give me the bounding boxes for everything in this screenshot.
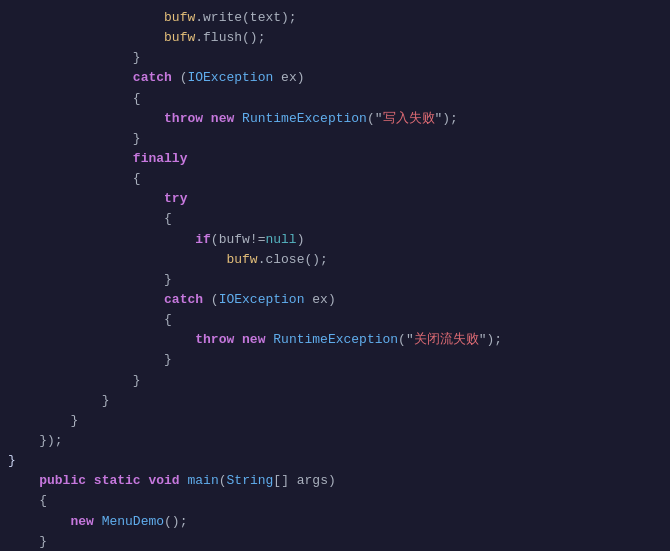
- code-token: {: [39, 493, 47, 508]
- code-line: {: [0, 310, 670, 330]
- code-token: static: [94, 473, 141, 488]
- code-token: bufw: [164, 10, 195, 25]
- code-token: try: [164, 191, 187, 206]
- code-token: }: [39, 534, 47, 549]
- code-token: void: [148, 473, 179, 488]
- code-line: }: [0, 270, 670, 290]
- code-token: IOException: [187, 70, 273, 85]
- code-line: throw new RuntimeException("关闭流失败");: [0, 330, 670, 350]
- code-token: }: [133, 373, 141, 388]
- code-token: bufw: [164, 30, 195, 45]
- code-line: catch (IOException ex): [0, 68, 670, 88]
- code-token: String: [227, 473, 274, 488]
- code-token: }: [164, 272, 172, 287]
- code-line: });: [0, 431, 670, 451]
- code-token: ex): [304, 292, 335, 307]
- code-line: new MenuDemo();: [0, 512, 670, 532]
- code-token: [86, 473, 94, 488]
- code-token: RuntimeException: [273, 332, 398, 347]
- code-token: (: [203, 292, 219, 307]
- code-token: public: [39, 473, 86, 488]
- line-content: }: [0, 350, 172, 370]
- line-content: if(bufw!=null): [0, 230, 304, 250]
- code-token: }: [133, 50, 141, 65]
- code-line: }: [0, 48, 670, 68]
- line-content: bufw.close();: [0, 250, 328, 270]
- code-lines: bufw.write(text); bufw.flush(); } catch …: [0, 8, 670, 551]
- code-token: finally: [133, 151, 188, 166]
- code-line: public static void main(String[] args): [0, 471, 670, 491]
- code-line: throw new RuntimeException("写入失败");: [0, 109, 670, 129]
- line-content: });: [0, 431, 63, 451]
- line-content: }: [0, 532, 47, 551]
- line-content: new MenuDemo();: [0, 512, 187, 532]
- code-token: (": [367, 111, 383, 126]
- code-line: {: [0, 209, 670, 229]
- code-line: bufw.flush();: [0, 28, 670, 48]
- code-line: {: [0, 169, 670, 189]
- line-content: throw new RuntimeException("关闭流失败");: [0, 330, 502, 350]
- code-line: try: [0, 189, 670, 209]
- code-token: }: [70, 413, 78, 428]
- code-token: [] args): [273, 473, 335, 488]
- line-content: }: [0, 270, 172, 290]
- line-content: }: [0, 391, 109, 411]
- code-token: (: [172, 70, 188, 85]
- code-token: {: [133, 91, 141, 106]
- code-line: }: [0, 532, 670, 551]
- code-token: IOException: [219, 292, 305, 307]
- line-content: finally: [0, 149, 187, 169]
- code-token: MenuDemo: [102, 514, 164, 529]
- code-token: (bufw!=: [211, 232, 266, 247]
- code-token: }: [102, 393, 110, 408]
- code-token: main: [188, 473, 219, 488]
- code-token: [234, 332, 242, 347]
- code-line: {: [0, 491, 670, 511]
- code-token: });: [39, 433, 62, 448]
- code-token: 关闭流失败: [414, 332, 479, 347]
- code-token: [180, 473, 188, 488]
- line-content: {: [0, 89, 141, 109]
- code-token: {: [164, 211, 172, 226]
- code-line: }: [0, 350, 670, 370]
- code-token: [203, 111, 211, 126]
- code-token: new: [70, 514, 93, 529]
- line-content: try: [0, 189, 187, 209]
- code-token: .write(text);: [195, 10, 296, 25]
- code-token: new: [211, 111, 234, 126]
- code-token: ");: [435, 111, 458, 126]
- code-token: .close();: [258, 252, 328, 267]
- code-token: RuntimeException: [242, 111, 367, 126]
- line-content: }: [0, 48, 141, 68]
- code-editor: bufw.write(text); bufw.flush(); } catch …: [0, 0, 670, 551]
- code-token: ex): [273, 70, 304, 85]
- code-line: }: [0, 129, 670, 149]
- line-content: public static void main(String[] args): [0, 471, 336, 491]
- code-token: }: [164, 352, 172, 367]
- line-content: catch (IOException ex): [0, 68, 305, 88]
- code-token: bufw: [226, 252, 257, 267]
- code-token: {: [164, 312, 172, 327]
- code-token: (: [219, 473, 227, 488]
- code-token: .flush();: [195, 30, 265, 45]
- code-line: bufw.write(text);: [0, 8, 670, 28]
- line-content: {: [0, 169, 141, 189]
- code-token: (": [398, 332, 414, 347]
- code-line: }: [0, 391, 670, 411]
- code-line: if(bufw!=null): [0, 230, 670, 250]
- code-line: {: [0, 89, 670, 109]
- line-content: {: [0, 491, 47, 511]
- line-content: }: [0, 451, 16, 471]
- code-token: }: [133, 131, 141, 146]
- code-token: catch: [164, 292, 203, 307]
- code-line: finally: [0, 149, 670, 169]
- line-content: catch (IOException ex): [0, 290, 336, 310]
- code-line: bufw.close();: [0, 250, 670, 270]
- code-token: ");: [479, 332, 502, 347]
- line-content: {: [0, 310, 172, 330]
- line-content: bufw.write(text);: [0, 8, 297, 28]
- code-token: throw: [164, 111, 203, 126]
- code-line: }: [0, 411, 670, 431]
- code-line: }: [0, 371, 670, 391]
- line-content: }: [0, 411, 78, 431]
